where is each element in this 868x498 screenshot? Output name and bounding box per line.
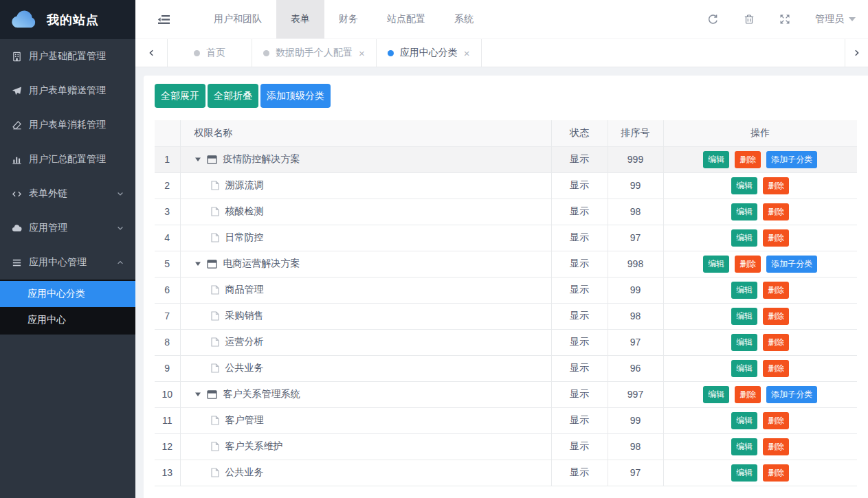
edit-button[interactable]: 编辑 (731, 308, 757, 325)
row-sort-number: 98 (608, 199, 663, 225)
top-menu-item[interactable]: 站点配置 (372, 0, 440, 38)
sidebar-item[interactable]: 用户表单消耗管理 (0, 108, 135, 142)
delete-button[interactable]: 删除 (763, 464, 789, 482)
header-index (155, 120, 180, 146)
sidebar-item[interactable]: 用户基础配置管理 (0, 39, 135, 73)
add-top-category-button[interactable]: 添加顶级分类 (260, 84, 331, 108)
delete-button[interactable]: 删除 (735, 151, 761, 168)
tab-status-dot (388, 50, 394, 56)
file-icon (211, 285, 219, 295)
sidebar-item[interactable]: 用户汇总配置管理 (0, 142, 135, 177)
file-icon (211, 442, 219, 451)
close-tab-icon[interactable]: × (464, 48, 470, 58)
edit-button[interactable]: 编辑 (703, 151, 729, 168)
tab-label: 数据助手个人配置 (276, 47, 353, 59)
row-actions: 编辑删除 (663, 303, 857, 329)
delete-button[interactable]: 删除 (763, 203, 789, 220)
row-index: 4 (155, 225, 180, 251)
main-area: 用户和团队表单财务站点配置系统 管理 (135, 0, 868, 498)
sidebar-subitem[interactable]: 应用中心分类 (0, 281, 135, 307)
expand-all-button[interactable]: 全部展开 (155, 84, 205, 108)
row-sort-number: 998 (608, 251, 663, 277)
table-row: 12客户关系维护显示98编辑删除 (155, 433, 857, 460)
file-icon (211, 311, 219, 321)
sidebar-item[interactable]: 表单外链 (0, 177, 135, 211)
edit-button[interactable]: 编辑 (731, 229, 757, 247)
row-sort-number: 97 (608, 329, 663, 355)
edit-button[interactable]: 编辑 (703, 386, 729, 403)
navbar-right: 管理员 (707, 13, 856, 25)
tab-item[interactable]: 应用中心分类× (377, 39, 482, 67)
delete-button[interactable]: 删除 (763, 360, 789, 377)
edit-button[interactable]: 编辑 (703, 256, 729, 273)
delete-button[interactable]: 删除 (763, 334, 789, 351)
edit-button[interactable]: 编辑 (731, 282, 757, 299)
top-navbar: 用户和团队表单财务站点配置系统 管理 (135, 0, 868, 39)
delete-button[interactable]: 删除 (763, 229, 789, 247)
edit-button[interactable]: 编辑 (731, 334, 757, 351)
collapse-all-button[interactable]: 全部折叠 (208, 84, 258, 108)
close-tab-icon[interactable]: × (359, 48, 365, 58)
tab-spacer (482, 39, 845, 67)
add-child-button[interactable]: 添加子分类 (766, 256, 817, 273)
top-menu-item[interactable]: 财务 (324, 0, 372, 38)
chevron-down-icon (849, 17, 856, 21)
tree-collapse-icon[interactable] (194, 260, 201, 267)
delete-button[interactable]: 删除 (763, 282, 789, 299)
fullscreen-icon[interactable] (779, 14, 790, 25)
add-child-button[interactable]: 添加子分类 (766, 151, 817, 168)
sidebar-submenu: 应用中心分类应用中心 (0, 280, 135, 335)
top-menu-item[interactable]: 用户和团队 (199, 0, 276, 38)
sidebar-item[interactable]: 用户表单赠送管理 (0, 73, 135, 108)
row-status: 显示 (551, 251, 608, 277)
file-icon (211, 337, 219, 347)
row-status: 显示 (551, 407, 608, 433)
delete-button[interactable]: 删除 (763, 438, 789, 455)
edit-button[interactable]: 编辑 (731, 360, 757, 377)
tab-bar: 首页数据助手个人配置×应用中心分类× (135, 39, 868, 67)
edit-button[interactable]: 编辑 (731, 203, 757, 220)
admin-dropdown[interactable]: 管理员 (815, 13, 856, 25)
sidebar-subitem[interactable]: 应用中心 (0, 307, 135, 333)
delete-button[interactable]: 删除 (763, 412, 789, 429)
site-title: 我的站点 (47, 12, 99, 28)
row-status: 显示 (551, 146, 608, 172)
row-status: 显示 (551, 329, 608, 355)
code-link-icon (11, 189, 22, 199)
category-name: 核酸检测 (225, 205, 264, 218)
tab-item[interactable]: 数据助手个人配置× (252, 39, 377, 67)
refresh-icon[interactable] (707, 14, 719, 25)
delete-button[interactable]: 删除 (735, 256, 761, 273)
category-name: 疫情防控解决方案 (223, 153, 300, 166)
table-row: 10客户关系管理系统显示997编辑删除添加子分类 (155, 381, 857, 407)
row-actions: 编辑删除 (663, 355, 857, 381)
trash-icon[interactable] (744, 14, 755, 25)
tree-collapse-icon[interactable] (194, 156, 201, 163)
edit-button[interactable]: 编辑 (731, 438, 757, 455)
folder-icon (207, 390, 217, 399)
delete-button[interactable]: 删除 (763, 308, 789, 325)
sidebar-item[interactable]: 应用管理 (0, 211, 135, 245)
sidebar-item[interactable]: 应用中心管理 (0, 245, 135, 280)
tab-list: 首页数据助手个人配置×应用中心分类× (168, 39, 482, 67)
file-icon (211, 363, 219, 373)
tabs-scroll-right-icon[interactable] (845, 39, 868, 67)
add-child-button[interactable]: 添加子分类 (766, 386, 817, 403)
top-menu-item[interactable]: 表单 (276, 0, 324, 38)
delete-button[interactable]: 删除 (735, 386, 761, 403)
tree-collapse-icon[interactable] (194, 391, 201, 398)
sidebar-item-label: 表单外链 (29, 188, 116, 200)
top-menu-item[interactable]: 系统 (440, 0, 488, 38)
edit-button[interactable]: 编辑 (731, 412, 757, 429)
sidebar-fold-icon[interactable] (157, 14, 170, 25)
row-index: 11 (155, 407, 180, 433)
top-menu: 用户和团队表单财务站点配置系统 (199, 0, 488, 38)
sidebar-item-label: 用户表单消耗管理 (29, 119, 124, 131)
sidebar: 我的站点 用户基础配置管理用户表单赠送管理用户表单消耗管理用户汇总配置管理表单外… (0, 0, 135, 498)
tabs-scroll-left-icon[interactable] (135, 39, 168, 67)
row-actions: 编辑删除添加子分类 (663, 146, 857, 172)
delete-button[interactable]: 删除 (763, 177, 789, 194)
edit-button[interactable]: 编辑 (731, 464, 757, 482)
edit-button[interactable]: 编辑 (731, 177, 757, 194)
tab-item[interactable]: 首页 (168, 39, 252, 67)
